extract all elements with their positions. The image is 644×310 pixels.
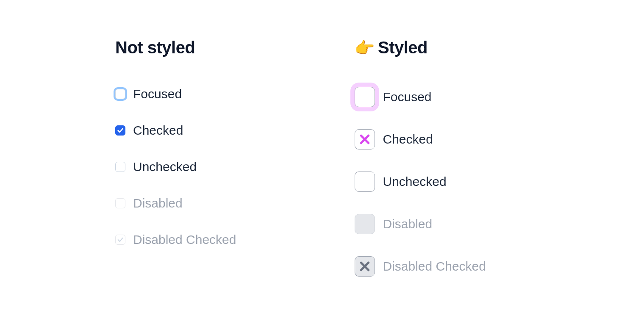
row-styled-focused: Focused [355, 87, 486, 107]
label-native-checked: Checked [133, 123, 183, 138]
checkbox-styled-unchecked[interactable] [355, 172, 375, 192]
check-icon [117, 236, 124, 243]
column-styled: 👉 Styled Focused Checked Unchecked Disab… [355, 38, 486, 299]
row-styled-unchecked: Unchecked [355, 172, 486, 192]
label-styled-checked: Checked [383, 132, 433, 147]
pointing-right-icon: 👉 [355, 40, 375, 56]
heading-styled-text: Styled [378, 38, 427, 57]
heading-styled: 👉 Styled [355, 38, 486, 57]
checkbox-native-disabled [115, 198, 125, 208]
label-native-unchecked: Unchecked [133, 160, 197, 174]
row-styled-checked: Checked [355, 129, 486, 149]
row-native-disabled-checked: Disabled Checked [115, 233, 236, 247]
label-native-focused: Focused [133, 87, 182, 101]
row-styled-disabled-checked: Disabled Checked [355, 256, 486, 277]
row-styled-disabled: Disabled [355, 214, 486, 234]
label-styled-disabled-checked: Disabled Checked [383, 259, 486, 274]
checkbox-native-focused[interactable] [115, 89, 125, 99]
label-native-disabled: Disabled [133, 196, 183, 210]
label-styled-disabled: Disabled [383, 217, 432, 231]
x-icon [358, 133, 371, 146]
label-native-disabled-checked: Disabled Checked [133, 233, 236, 247]
column-not-styled: Not styled Focused Checked Unchecked Dis… [115, 38, 236, 299]
x-icon [358, 260, 371, 273]
checkbox-styled-checked[interactable] [355, 129, 375, 149]
row-native-checked: Checked [115, 123, 236, 138]
checkbox-native-disabled-checked [115, 235, 125, 245]
label-styled-focused: Focused [383, 90, 431, 104]
label-styled-unchecked: Unchecked [383, 174, 446, 189]
checkbox-styled-disabled [355, 214, 375, 234]
checkbox-state-comparison: Not styled Focused Checked Unchecked Dis… [0, 0, 644, 299]
heading-not-styled: Not styled [115, 38, 236, 57]
checkbox-styled-disabled-checked [355, 256, 375, 277]
checkbox-styled-focused[interactable] [355, 87, 375, 107]
checkbox-native-checked[interactable] [115, 125, 125, 136]
row-native-unchecked: Unchecked [115, 160, 236, 174]
row-native-focused: Focused [115, 87, 236, 101]
checkbox-native-unchecked[interactable] [115, 162, 125, 172]
row-native-disabled: Disabled [115, 196, 236, 210]
check-icon [117, 127, 124, 134]
